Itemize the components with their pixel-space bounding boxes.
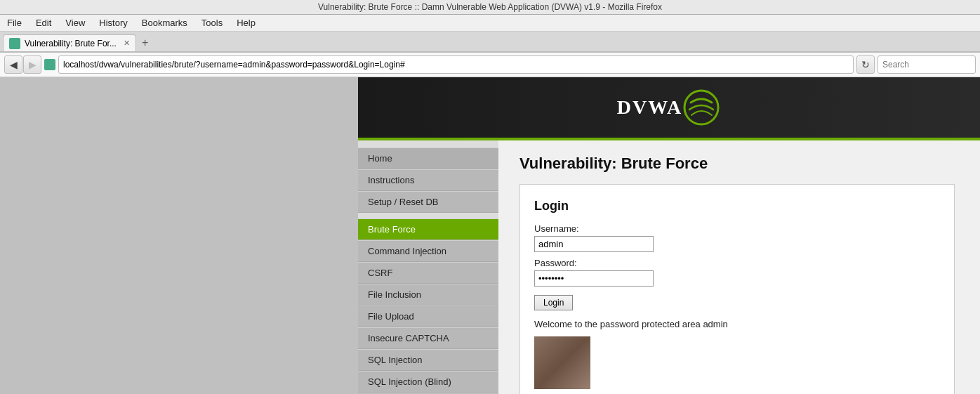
menu-view[interactable]: View: [61, 16, 89, 29]
password-label: Password:: [534, 258, 940, 268]
user-avatar: [534, 336, 590, 389]
dvwa-logo-icon: [682, 88, 721, 127]
nav-bar: ◀ ▶ ↻: [0, 53, 980, 77]
menu-bookmarks[interactable]: Bookmarks: [138, 16, 192, 29]
login-box: Login Username: Password: Login Welcome …: [519, 184, 955, 394]
menu-file[interactable]: File: [3, 16, 26, 29]
page-favicon: [44, 59, 55, 70]
sidebar-item-brute-force[interactable]: Brute Force: [358, 218, 498, 240]
tab-close-button[interactable]: ✕: [124, 39, 130, 48]
dvwa-logo-wrap: DVWA: [617, 88, 722, 127]
sidebar-item-insecure-captcha[interactable]: Insecure CAPTCHA: [358, 327, 498, 349]
menu-bar: File Edit View History Bookmarks Tools H…: [0, 15, 980, 32]
sidebar-item-home[interactable]: Home: [358, 147, 498, 169]
sidebar-item-csrf[interactable]: CSRF: [358, 262, 498, 284]
username-label: Username:: [534, 223, 940, 234]
menu-history[interactable]: History: [95, 16, 131, 29]
sidebar-item-setup[interactable]: Setup / Reset DB: [358, 191, 498, 213]
address-bar[interactable]: [58, 55, 854, 74]
menu-edit[interactable]: Edit: [32, 16, 55, 29]
svg-point-0: [684, 91, 718, 124]
dvwa-logo-text: DVWA: [617, 96, 683, 119]
right-panel: DVWA Home Instructions Setup / Reset DB: [358, 77, 980, 394]
menu-help[interactable]: Help: [232, 16, 260, 29]
window-title-bar: Vulnerability: Brute Force :: Damn Vulne…: [0, 0, 980, 15]
new-tab-button[interactable]: +: [136, 34, 154, 51]
menu-tools[interactable]: Tools: [197, 16, 227, 29]
nav-buttons: ◀ ▶: [4, 55, 41, 74]
page-title: Vulnerability: Brute Force: [519, 155, 959, 173]
back-button[interactable]: ◀: [4, 55, 22, 74]
window-title: Vulnerability: Brute Force :: Damn Vulne…: [318, 2, 662, 12]
left-panel: [0, 77, 358, 394]
tab-favicon: [9, 38, 20, 49]
password-input[interactable]: [534, 270, 654, 287]
page-content: DVWA Home Instructions Setup / Reset DB: [0, 77, 980, 394]
reload-button[interactable]: ↻: [856, 55, 875, 74]
sidebar-item-instructions[interactable]: Instructions: [358, 169, 498, 191]
welcome-message: Welcome to the password protected area a…: [534, 319, 940, 329]
dvwa-header: DVWA: [358, 77, 980, 140]
login-button[interactable]: Login: [534, 295, 573, 310]
tab-bar: Vulnerability: Brute For... ✕ +: [0, 32, 980, 53]
main-content: Home Instructions Setup / Reset DB Brute…: [358, 140, 980, 394]
sidebar-item-file-inclusion[interactable]: File Inclusion: [358, 284, 498, 306]
sidebar: Home Instructions Setup / Reset DB Brute…: [358, 140, 498, 394]
active-tab[interactable]: Vulnerability: Brute For... ✕: [3, 34, 136, 51]
forward-button[interactable]: ▶: [23, 55, 41, 74]
username-input[interactable]: [534, 236, 654, 252]
sidebar-item-file-upload[interactable]: File Upload: [358, 306, 498, 327]
sidebar-separator: [358, 213, 498, 218]
sidebar-item-sql-injection[interactable]: SQL Injection: [358, 349, 498, 371]
tab-label: Vulnerability: Brute For...: [25, 39, 117, 48]
login-box-title: Login: [534, 199, 940, 214]
user-avatar-image: [534, 336, 590, 389]
sidebar-item-sql-injection-blind[interactable]: SQL Injection (Blind): [358, 371, 498, 393]
content-area: Vulnerability: Brute Force Login Usernam…: [498, 140, 980, 394]
sidebar-item-command-injection[interactable]: Command Injection: [358, 240, 498, 262]
search-input[interactable]: [878, 55, 976, 74]
